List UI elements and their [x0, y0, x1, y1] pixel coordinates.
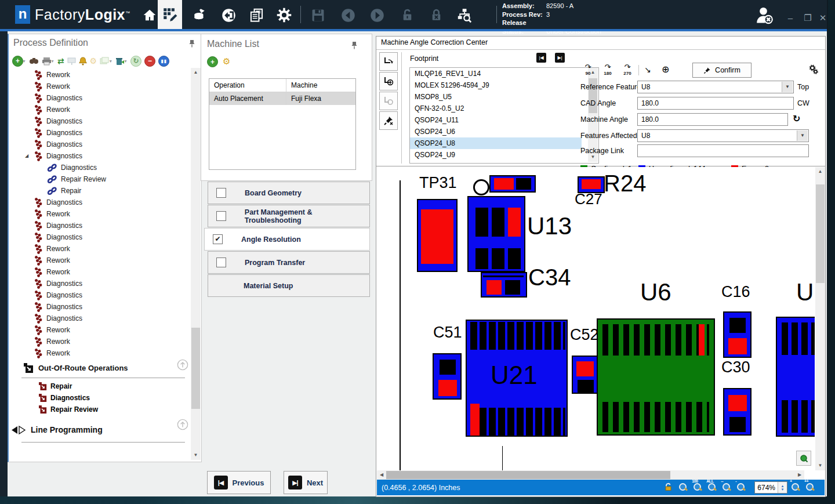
tree-item[interactable]: Rework [11, 69, 188, 81]
viewer-vscrollbar[interactable]: ▲ ▼ [815, 167, 825, 470]
viewer-hscrollbar[interactable]: ◀ ▶ [377, 470, 804, 480]
pcb-component-U6[interactable] [597, 318, 715, 436]
collapse-up-icon[interactable] [177, 359, 188, 372]
tree-item[interactable]: Rework [11, 255, 188, 266]
rotate-reset-icon[interactable] [379, 92, 398, 110]
out-of-route-header[interactable]: Out-Of-Route Operations [11, 360, 197, 375]
scroll-up-icon[interactable]: ▲ [815, 167, 825, 176]
checkbox-checked[interactable]: ✔ [213, 234, 223, 244]
gear-icon[interactable]: ⚙ [90, 56, 97, 66]
close-button[interactable]: ✕ [816, 13, 829, 23]
scroll-right-icon[interactable]: ▶ [795, 470, 804, 480]
tree-item[interactable]: Rework [11, 243, 188, 255]
step-material-setup[interactable]: Material Setup [208, 274, 370, 297]
pcb-component[interactable] [489, 175, 536, 193]
scroll-thumb[interactable] [386, 471, 670, 479]
pcb-component-U-right[interactable] [776, 317, 815, 437]
pin-icon[interactable] [188, 39, 195, 48]
tree-item[interactable]: Diagnostics [11, 231, 188, 243]
process-editor-icon[interactable] [158, 0, 182, 29]
line-programming-header[interactable]: Line Programming [11, 420, 197, 440]
checkbox[interactable] [216, 258, 226, 267]
footprint-item[interactable]: MSOP8_U5 [410, 91, 582, 103]
rotate-add-icon[interactable] [379, 72, 398, 90]
tree-item[interactable]: Diagnostics [11, 139, 188, 150]
zoom-out-icon[interactable]: - [736, 483, 745, 491]
pcb-feature-circle[interactable] [473, 179, 489, 195]
tree-item[interactable]: Rework [11, 81, 188, 92]
materials-icon[interactable] [189, 5, 210, 26]
out-of-route-item[interactable]: Repair Review [11, 404, 197, 415]
tree-item[interactable]: ◢Diagnostics [11, 150, 188, 162]
column-operation[interactable]: Operation [209, 79, 286, 92]
footprint-item[interactable]: MLQP16_REV1_U14 [410, 68, 582, 79]
scroll-left-icon[interactable]: ◀ [377, 470, 386, 480]
user-icon[interactable] [754, 5, 775, 28]
tree-item[interactable]: Diagnostics [11, 197, 188, 208]
tree-item[interactable]: Diagnostics [11, 301, 188, 313]
pcb-component-C30[interactable] [723, 388, 752, 436]
first-footprint-icon[interactable]: |◀ [536, 53, 546, 63]
pcb-viewer[interactable]: TP31 C27 R24 U13 [377, 167, 815, 470]
checkbox[interactable] [216, 188, 226, 198]
find-icon[interactable] [29, 57, 39, 65]
zoom-out-fast-icon[interactable]: -- [722, 483, 731, 491]
pcb-component-TP31[interactable] [417, 199, 458, 272]
settings-gear-icon[interactable] [274, 5, 295, 26]
tree-item[interactable]: Diagnostics [11, 278, 188, 289]
copy-icon[interactable]: ▼ [100, 57, 112, 65]
out-of-route-item[interactable]: Repair [11, 380, 197, 392]
tree-item[interactable]: Diagnostics [11, 220, 188, 231]
maximize-button[interactable]: ❐ [801, 13, 814, 23]
flow-search-icon[interactable] [453, 5, 474, 26]
activate-icon[interactable]: ↻ [130, 56, 141, 67]
pcb-component-C51[interactable] [433, 353, 462, 400]
forward-icon[interactable] [366, 5, 387, 26]
expander-icon[interactable]: ◢ [25, 153, 28, 158]
lock-close-icon[interactable] [426, 5, 446, 26]
footprint-item[interactable]: QSOP24_U9 [410, 149, 582, 161]
footprint-item[interactable]: MOLEX 51296-4594_J9 [410, 79, 582, 91]
next-footprint-icon[interactable]: ▶| [555, 53, 565, 63]
scroll-thumb[interactable] [816, 184, 825, 283]
zoom-spinner[interactable]: ▲▼ [778, 482, 787, 493]
step-board-geometry[interactable]: Board Geometry [208, 182, 370, 204]
tree-item[interactable]: Diagnostics [11, 289, 188, 301]
tree-item[interactable]: Rework [11, 336, 188, 347]
add-icon[interactable]: + [207, 56, 218, 67]
footprint-item[interactable]: QSOP24_U6 [410, 126, 582, 137]
unpin-icon[interactable] [379, 111, 398, 130]
step-angle-resolution[interactable]: ✔Angle Resolution [204, 228, 370, 251]
tree-item[interactable]: Repair Review [11, 173, 188, 185]
pcb-component-C16[interactable] [723, 311, 752, 358]
tree-scrollbar[interactable]: ▲ ▼ [191, 68, 201, 460]
out-of-route-item[interactable]: Diagnostics [11, 392, 197, 404]
home-icon[interactable] [139, 5, 160, 26]
zoom-100-icon[interactable]: 100 [693, 483, 702, 491]
minimize-button[interactable]: – [784, 13, 797, 23]
previous-button[interactable]: |◀ Previous [207, 471, 271, 494]
tree-item[interactable]: Repair [11, 185, 188, 197]
bell-icon[interactable] [79, 57, 87, 66]
pcb-component-U13[interactable] [467, 196, 525, 272]
tree-item[interactable]: Diagnostics [11, 115, 188, 127]
scroll-down-icon[interactable]: ▼ [815, 461, 825, 470]
add-icon[interactable]: +▼ [12, 56, 26, 67]
back-icon[interactable] [337, 5, 358, 26]
zoom-in-fast-icon[interactable]: ++ [805, 483, 814, 491]
tree-item[interactable]: Rework [11, 266, 188, 278]
tree-item[interactable]: Diagnostics [11, 313, 188, 324]
reorder-icon[interactable]: ⇄ [57, 56, 64, 66]
print-icon[interactable]: ▼ [42, 57, 55, 66]
scroll-down-icon[interactable]: ▼ [191, 451, 201, 460]
zoom-all-icon[interactable]: ALL [707, 483, 716, 491]
column-machine[interactable]: Machine [286, 79, 355, 92]
save-icon[interactable] [307, 5, 328, 26]
presentation-icon[interactable] [67, 57, 76, 66]
footprint-item[interactable]: QSOP24_U11 [410, 114, 582, 126]
tree-item[interactable]: Rework [11, 208, 188, 220]
documents-icon[interactable] [246, 5, 267, 26]
zoom-in-icon[interactable]: + [791, 483, 800, 491]
sync-icon[interactable] [218, 5, 239, 26]
zoom-level-box[interactable]: 674% ▲▼ [754, 481, 787, 494]
